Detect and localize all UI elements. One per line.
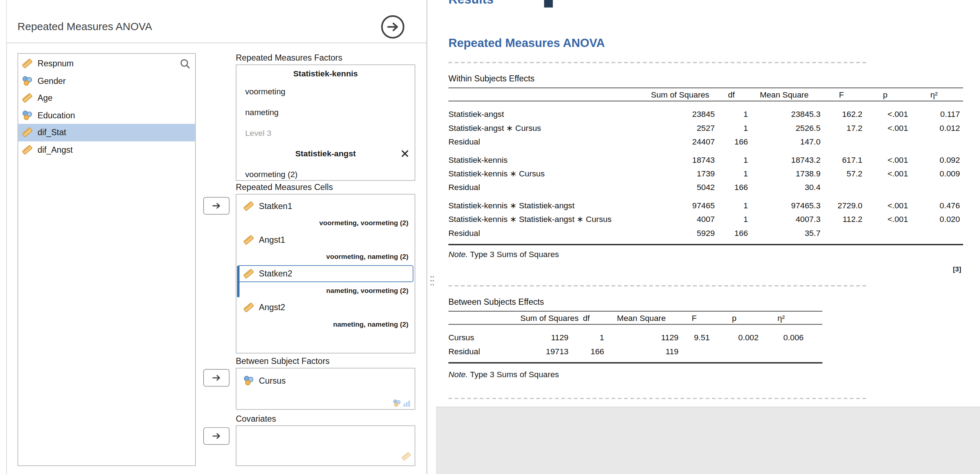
row-label: Statistiek-kennis ∗ Statistiek-angst xyxy=(449,200,646,210)
assign-to-cells-button[interactable] xyxy=(203,197,229,215)
cell-value: 0.006 xyxy=(759,332,803,342)
rm-cell-assignment: nameting, voormeting (2) xyxy=(236,282,414,299)
app-window: Repeated Measures ANOVA Respnum Gender A… xyxy=(0,0,980,474)
cell-value: <.001 xyxy=(862,169,908,178)
row-label: Statistiek-kennis ∗ Statistiek-angst ∗ C… xyxy=(449,215,646,224)
variable-item[interactable]: Gender xyxy=(18,72,196,90)
cell-value: 166 xyxy=(715,183,748,192)
remove-factor-button[interactable] xyxy=(400,148,410,159)
scale-variable-icon xyxy=(243,268,254,279)
table-body: Statistiek-angst23845123845.3162.2<.0010… xyxy=(449,107,963,245)
cell-value: 30.4 xyxy=(748,183,821,192)
rm-factors-box: Statistiek-kennis voormeting nameting Le… xyxy=(236,65,415,181)
scale-variable-icon xyxy=(22,59,33,69)
effect-group: Statistiek-kennis18743118743.2617.1<.001… xyxy=(449,153,960,194)
cell-value: 0.020 xyxy=(908,215,960,224)
cell-value: 23845.3 xyxy=(748,109,821,118)
rm-cell-variable[interactable]: Statken1 xyxy=(238,197,413,215)
factor-level-field[interactable]: voormeting (2) xyxy=(236,164,414,181)
results-panel-title: Results xyxy=(449,0,493,7)
cell-value: 2526.5 xyxy=(748,123,821,132)
variable-name: Statken1 xyxy=(259,202,292,211)
table-note: Note. Type 3 Sums of Squares xyxy=(449,370,559,379)
cell-value: 0.117 xyxy=(908,109,960,118)
note-prefix: Note. xyxy=(449,370,468,379)
anova-dialog-panel: Repeated Measures ANOVA Respnum Gender A… xyxy=(6,0,427,474)
table-row: Cursus1129111299.510.0020.006 xyxy=(449,330,803,344)
table-row: Statistiek-kennis ∗ Statistiek-angst9746… xyxy=(449,198,960,212)
variable-item[interactable]: Education xyxy=(18,107,196,124)
circle-right-arrow-icon xyxy=(380,14,406,40)
row-label: Residual xyxy=(449,228,646,237)
cell-value: 2729.0 xyxy=(821,200,862,210)
factor-name: Statistiek-kennis xyxy=(293,68,358,78)
variable-item[interactable]: Respnum xyxy=(18,55,196,72)
results-separator xyxy=(449,62,866,63)
between-factor-variable[interactable]: Cursus xyxy=(238,372,413,389)
factor-level-field[interactable]: voormeting xyxy=(236,81,414,102)
rm-cell-entry-focused: Statken2 nameting, voormeting (2) xyxy=(236,265,414,299)
results-background-area xyxy=(436,407,980,474)
run-analysis-button[interactable] xyxy=(380,14,406,40)
variable-item[interactable]: dif_Angst xyxy=(18,141,196,158)
scale-variable-icon xyxy=(243,234,254,245)
allowed-variable-types-hint xyxy=(393,399,411,407)
analysis-heading[interactable]: Repeated Measures ANOVA xyxy=(449,36,605,50)
scale-variable-icon xyxy=(22,93,33,103)
cell-value: 19713 xyxy=(520,346,568,356)
effect-group: Statistiek-kennis ∗ Statistiek-angst9746… xyxy=(449,198,960,240)
cell-value: 0.476 xyxy=(908,200,960,210)
column-header: F xyxy=(821,90,862,99)
factor-level-placeholder[interactable]: Level 3 xyxy=(236,122,414,143)
effect-group: Statistiek-angst23845123845.3162.2<.0010… xyxy=(449,107,960,148)
cell-value: 0.009 xyxy=(908,169,960,178)
table-header-row: Sum of SquaresdfMean SquareFpη² xyxy=(449,87,963,101)
table-row: Statistiek-angst ∗ Cursus252712526.517.2… xyxy=(449,121,960,134)
cell-value: 166 xyxy=(715,137,748,146)
rm-cell-variable[interactable]: Statken2 xyxy=(238,265,413,282)
variable-name: Gender xyxy=(38,76,66,85)
column-header: df xyxy=(568,313,604,322)
cell-value: 147.0 xyxy=(748,137,821,146)
cell-value: 23845 xyxy=(646,109,715,118)
assign-to-between-button[interactable] xyxy=(203,369,229,387)
between-factors-label: Between Subject Factors xyxy=(236,356,330,366)
factor-name-field[interactable]: Statistiek-kennis xyxy=(236,65,414,81)
cell-value: <.001 xyxy=(862,109,908,118)
results-separator xyxy=(449,285,866,286)
rm-cell-assignment: voormeting, voormeting (2) xyxy=(236,215,414,231)
cell-value: 1129 xyxy=(604,332,679,342)
dialog-title: Repeated Measures ANOVA xyxy=(18,21,152,33)
covariates-box[interactable] xyxy=(236,425,415,466)
nominal-variable-icon xyxy=(22,110,33,121)
cell-value: 1 xyxy=(715,200,748,210)
assign-to-covariates-button[interactable] xyxy=(203,427,229,445)
cell-value: 0.002 xyxy=(710,332,759,342)
variable-name: Angst2 xyxy=(259,302,285,312)
cell-value: 1 xyxy=(568,332,604,342)
cell-value: 0.092 xyxy=(908,155,960,164)
variable-name: Respnum xyxy=(38,59,74,68)
table-row: Residual504216630.4 xyxy=(449,180,960,194)
factor-name: Statistiek-angst xyxy=(295,149,356,158)
cell-value: 35.7 xyxy=(748,228,821,237)
variable-name: Age xyxy=(38,93,53,103)
available-variables-list: Respnum Gender Age Education dif_Stat di… xyxy=(18,53,196,466)
cell-value: 24407 xyxy=(646,137,715,146)
cell-value: 2527 xyxy=(646,123,715,132)
rm-cells-label: Repeated Measures Cells xyxy=(236,183,333,192)
variable-item-selected[interactable]: dif_Stat xyxy=(18,124,196,141)
cell-value: 5042 xyxy=(646,183,715,192)
table-row: Statistiek-kennis ∗ Cursus173911738.957.… xyxy=(449,166,960,180)
rm-cell-variable[interactable]: Angst2 xyxy=(238,299,413,316)
variable-name: dif_Stat xyxy=(38,128,66,137)
variable-item[interactable]: Age xyxy=(18,89,196,107)
cell-value: 1 xyxy=(715,169,748,178)
panel-splitter[interactable] xyxy=(428,0,436,474)
factor-name-field[interactable]: Statistiek-angst xyxy=(236,143,414,164)
drag-handle-icon xyxy=(430,275,434,289)
rm-cell-variable[interactable]: Angst1 xyxy=(238,232,413,248)
x-icon xyxy=(400,148,409,158)
factor-level-field[interactable]: nameting xyxy=(236,102,414,122)
variable-name: Angst1 xyxy=(259,235,285,245)
